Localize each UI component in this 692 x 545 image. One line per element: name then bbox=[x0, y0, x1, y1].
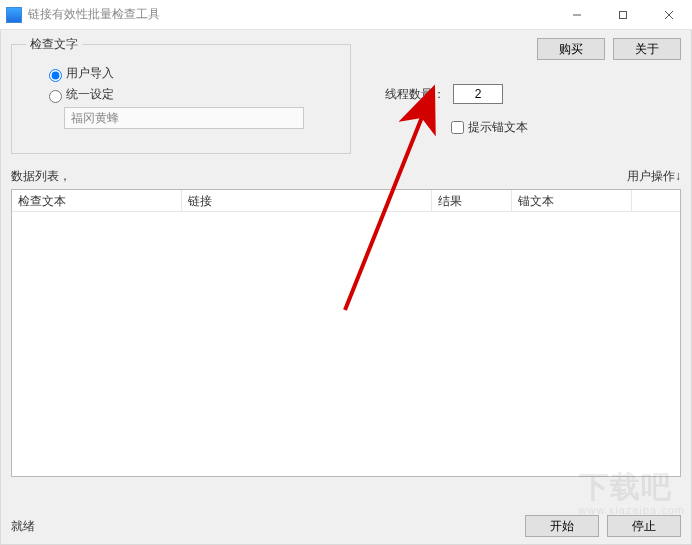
col-spacer bbox=[632, 190, 680, 211]
check-text-legend: 检查文字 bbox=[26, 36, 82, 53]
thread-count-input[interactable] bbox=[453, 84, 503, 104]
svg-rect-1 bbox=[620, 11, 627, 18]
minimize-button[interactable] bbox=[554, 0, 600, 30]
col-anchor-text[interactable]: 锚文本 bbox=[512, 190, 632, 211]
anchor-text-checkbox[interactable] bbox=[451, 121, 464, 134]
maximize-button[interactable] bbox=[600, 0, 646, 30]
status-text: 就绪 bbox=[11, 518, 35, 535]
titlebar: 链接有效性批量检查工具 bbox=[0, 0, 692, 30]
radio-fixed-label[interactable]: 统一设定 bbox=[66, 86, 114, 103]
status-bar: 就绪 开始 停止 bbox=[11, 514, 681, 538]
listview-header: 检查文本 链接 结果 锚文本 bbox=[12, 190, 680, 212]
check-text-group: 检查文字 用户导入 统一设定 bbox=[11, 36, 351, 154]
data-listview[interactable]: 检查文本 链接 结果 锚文本 bbox=[11, 189, 681, 477]
col-link[interactable]: 链接 bbox=[182, 190, 432, 211]
stop-button[interactable]: 停止 bbox=[607, 515, 681, 537]
start-button[interactable]: 开始 bbox=[525, 515, 599, 537]
data-list-label: 数据列表， bbox=[11, 168, 71, 185]
user-action-label: 用户操作↓ bbox=[627, 168, 681, 185]
listview-body[interactable] bbox=[12, 212, 680, 476]
buy-button[interactable]: 购买 bbox=[537, 38, 605, 60]
col-check-text[interactable]: 检查文本 bbox=[12, 190, 182, 211]
app-icon bbox=[6, 7, 22, 23]
radio-user-import-label[interactable]: 用户导入 bbox=[66, 65, 114, 82]
close-button[interactable] bbox=[646, 0, 692, 30]
radio-user-import[interactable] bbox=[49, 69, 62, 82]
about-button[interactable]: 关于 bbox=[613, 38, 681, 60]
col-result[interactable]: 结果 bbox=[432, 190, 512, 211]
thread-count-label: 线程数量： bbox=[385, 86, 445, 103]
radio-fixed[interactable] bbox=[49, 90, 62, 103]
fixed-text-input[interactable] bbox=[64, 107, 304, 129]
anchor-text-checkbox-label[interactable]: 提示锚文本 bbox=[468, 119, 528, 136]
window-title: 链接有效性批量检查工具 bbox=[28, 6, 160, 23]
client-area: 检查文字 用户导入 统一设定 购买 关于 线程数量： bbox=[0, 30, 692, 545]
